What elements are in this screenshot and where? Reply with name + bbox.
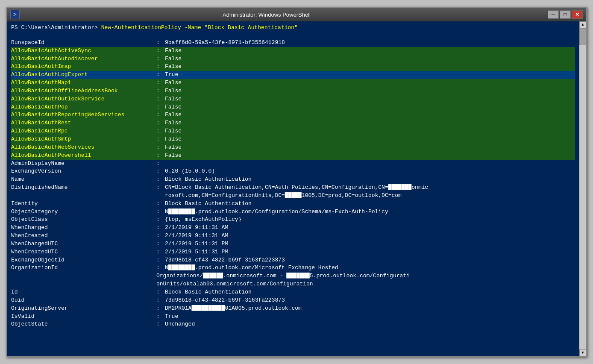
property-value: True — [165, 71, 575, 79]
powershell-window: > Administrator: Windows PowerShell ─ □ … — [6, 7, 587, 357]
property-value: Block Basic Authentication — [165, 176, 575, 184]
property-name: ExchangeObjectId — [11, 256, 156, 264]
table-row: OriginatingServer : DM2PR01A██████████01… — [11, 305, 575, 313]
property-value: Unchanged — [165, 320, 575, 329]
property-value: True — [165, 313, 575, 321]
table-row: WhenChanged : 2/1/2019 9:11:31 AM — [11, 224, 575, 232]
table-row: WhenCreatedUTC : 2/1/2019 5:11:31 PM — [11, 248, 575, 256]
property-name: AllowBasicAuthSmtp — [11, 135, 156, 144]
property-value: N████████.prod.outlook.com/Configuration… — [165, 208, 575, 216]
table-row: AllowBasicAuthMapi : False — [11, 79, 575, 87]
property-separator: : — [156, 47, 165, 55]
table-row: ExchangeVersion : 0.20 (15.0.0.0) — [11, 167, 575, 176]
table-row: WhenCreated : 2/1/2019 9:11:31 AM — [11, 232, 575, 240]
property-value: False — [165, 103, 575, 112]
property-value: 73d98b18-cf43-4822-b69f-3163fa223873 — [165, 296, 575, 305]
property-separator: : — [156, 144, 165, 152]
table-row: AllowBasicAuthRpc : False — [11, 127, 575, 135]
minimize-button[interactable]: ─ — [548, 10, 559, 19]
property-value-continuation: rosoft.com,CN=ConfigurationUnits,DC=████… — [165, 192, 402, 200]
table-row: Id : Block Basic Authentication — [11, 288, 575, 296]
property-value: Block Basic Authentication — [165, 288, 575, 296]
property-name: AllowBasicAuthWebServices — [11, 144, 156, 152]
property-name: WhenChangedUTC — [11, 240, 156, 248]
table-row: AllowBasicAuthOutlookService : False — [11, 95, 575, 103]
table-row: RunspaceId : 9baff6d0-59a5-43fe-8971-bf3… — [11, 39, 575, 47]
property-value: False — [165, 63, 575, 71]
scroll-track[interactable] — [579, 28, 586, 349]
property-name: Identity — [11, 200, 156, 208]
property-value: 9baff6d0-59a5-43fe-8971-bf3556412918 — [165, 39, 575, 47]
table-row: AllowBasicAuthSmtp : False — [11, 135, 575, 144]
property-separator: : — [156, 135, 165, 144]
table-row: Guid : 73d98b18-cf43-4822-b69f-3163fa223… — [11, 296, 575, 305]
table-row: Identity : Block Basic Authentication — [11, 200, 575, 208]
property-value: Block Basic Authentication — [165, 200, 575, 208]
property-name: ObjectClass — [11, 216, 156, 224]
table-row-continuation: onUnits/oktalab03.onmicrosoft.com/Config… — [11, 280, 575, 288]
property-value: False — [165, 79, 575, 87]
property-name: DistinguishedName — [11, 184, 156, 192]
property-value: 2/1/2019 9:11:31 AM — [165, 224, 575, 232]
maximize-button[interactable]: □ — [560, 10, 571, 19]
property-name: ObjectState — [11, 320, 156, 329]
property-separator: : — [156, 152, 165, 160]
property-separator: : — [156, 184, 165, 192]
property-name: AllowBasicAuthReportingWebServices — [11, 111, 156, 119]
property-separator: : — [156, 127, 165, 135]
property-name: AllowBasicAuthPop — [11, 103, 156, 112]
property-value: 0.20 (15.0.0.0) — [165, 167, 575, 176]
property-name: ExchangeVersion — [11, 167, 156, 176]
scroll-up-arrow[interactable]: ▲ — [579, 21, 586, 28]
close-button[interactable]: ✕ — [572, 10, 583, 19]
property-name: Name — [11, 176, 156, 184]
property-separator: : — [156, 296, 165, 305]
property-separator: : — [156, 240, 165, 248]
property-separator: : — [156, 313, 165, 321]
property-value: False — [165, 47, 575, 55]
table-row: AdminDisplayName : — [11, 160, 575, 168]
property-separator: : — [156, 79, 165, 87]
property-name: AllowBasicAuthAutodiscover — [11, 55, 156, 63]
table-row-continuation: Organizations/██████.onmicrosoft.com - █… — [11, 272, 575, 280]
property-name: AllowBasicAuthImap — [11, 63, 156, 71]
property-name: AllowBasicAuthActiveSync — [11, 47, 156, 55]
table-row: AllowBasicAuthRest : False — [11, 119, 575, 127]
property-separator: : — [156, 87, 165, 95]
cmd-text: New-AuthenticationPolicy -Name "Block Ba… — [98, 24, 298, 31]
property-name: OrganizationId — [11, 264, 156, 272]
property-value-continuation: onUnits/oktalab03.onmicrosoft.com/Config… — [156, 280, 313, 288]
property-name: WhenCreated — [11, 232, 156, 240]
console-content[interactable]: PS C:\Users\Administrator> New-Authentic… — [7, 21, 579, 356]
property-name: AllowBasicAuthPowershell — [11, 152, 156, 160]
property-value: N████████.prod.outlook.com/Microsoft Exc… — [165, 264, 575, 272]
table-row: OrganizationId : N████████.prod.outlook.… — [11, 264, 575, 272]
property-value: False — [165, 111, 575, 119]
property-name: WhenCreatedUTC — [11, 248, 156, 256]
scrollbar[interactable]: ▲ ▼ — [579, 21, 586, 356]
property-separator: : — [156, 63, 165, 71]
command-line: PS C:\Users\Administrator> New-Authentic… — [11, 24, 575, 32]
property-value: False — [165, 55, 575, 63]
table-row: DistinguishedName : CN=Block Basic Authe… — [11, 184, 575, 192]
property-name: AdminDisplayName — [11, 160, 156, 168]
property-separator: : — [156, 216, 165, 224]
property-name: AllowBasicAuthOutlookService — [11, 95, 156, 103]
output-table: RunspaceId : 9baff6d0-59a5-43fe-8971-bf3… — [11, 39, 575, 329]
table-row: ObjectCategory : N████████.prod.outlook.… — [11, 208, 575, 216]
property-name: IsValid — [11, 313, 156, 321]
table-row: ObjectState : Unchanged — [11, 320, 575, 329]
scroll-thumb[interactable] — [579, 28, 586, 45]
property-name: AllowBasicAuthLogExport — [11, 71, 156, 79]
table-row: AllowBasicAuthLogExport : True — [11, 71, 575, 79]
table-row: AllowBasicAuthAutodiscover : False — [11, 55, 575, 63]
table-row: AllowBasicAuthImap : False — [11, 63, 575, 71]
property-separator: : — [156, 305, 165, 313]
property-name: AllowBasicAuthMapi — [11, 79, 156, 87]
property-value: 73d98b18-cf43-4822-b69f-3163fa223873 — [165, 256, 575, 264]
scroll-down-arrow[interactable]: ▼ — [579, 349, 586, 356]
titlebar: > Administrator: Windows PowerShell ─ □ … — [7, 8, 586, 21]
property-separator: : — [156, 39, 165, 47]
property-value: 2/1/2019 5:11:31 PM — [165, 248, 575, 256]
property-value: 2/1/2019 9:11:31 AM — [165, 232, 575, 240]
